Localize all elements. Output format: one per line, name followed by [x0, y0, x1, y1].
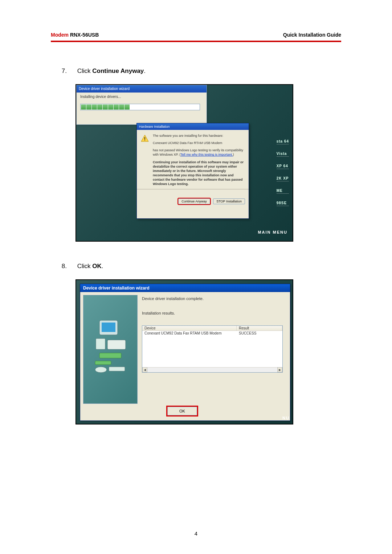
hw-line-1: The software you are installing for this… — [153, 134, 244, 138]
step-8-number: 8. — [51, 263, 67, 270]
wizard-complete-msg: Device driver installation complete. — [142, 296, 286, 301]
header-right: Quick Installation Guide — [283, 32, 341, 38]
step-7-suffix: . — [144, 67, 146, 74]
wizard-left-graphic — [83, 295, 138, 404]
step-7: 7. Click Continue Anyway. — [51, 67, 341, 75]
svg-rect-5 — [107, 340, 126, 349]
hardware-dialog-body: ! The software you are installing for th… — [137, 130, 249, 195]
hw-line-2b: ) — [233, 153, 234, 156]
step-7-bold: Continue Anyway — [92, 67, 144, 74]
install-wizard-status: Installing device drivers... — [80, 95, 203, 99]
screenshot-2: Device driver installation wizard Device… — [75, 279, 293, 424]
results-data-row: Conexant UCM92 Data Fax RTAM USB Modem S… — [142, 331, 282, 336]
step-8-prefix: Click — [77, 263, 93, 270]
install-progress-bar — [80, 104, 200, 110]
header-left: Modem RNX-56USB — [51, 32, 99, 38]
hw-warning-text: Continuing your installation of this sof… — [153, 160, 244, 186]
wizard-complete-window: Device driver installation wizard Device… — [80, 284, 290, 421]
svg-rect-7 — [95, 361, 111, 365]
hardware-installation-dialog: Hardware Installation ! The software you… — [136, 123, 249, 219]
ok-button[interactable]: OK — [167, 407, 197, 415]
continue-anyway-button[interactable]: Continue Anyway — [178, 198, 210, 204]
side-label-5: 98SE — [277, 201, 289, 206]
results-header-result: Result — [237, 326, 282, 331]
install-wizard-window: Device driver installation wizard Instal… — [76, 85, 207, 125]
svg-rect-9 — [109, 367, 125, 371]
results-header-device: Device — [142, 326, 237, 331]
side-label-1: Vista — [277, 152, 289, 157]
step-8-bold: OK — [92, 263, 102, 270]
results-cell-result: SUCCESS — [237, 331, 258, 336]
scroll-track[interactable] — [147, 367, 277, 372]
scroll-left-button[interactable]: ◀ — [142, 367, 147, 372]
header-brand: Modem — [51, 32, 69, 38]
step-7-number: 7. — [51, 67, 67, 75]
hw-testing-link[interactable]: Tell me why this testing is important. — [180, 153, 233, 156]
horizontal-scrollbar[interactable]: ◀ ▶ — [142, 367, 282, 372]
stop-installation-button[interactable]: STOP Installation — [213, 198, 245, 204]
nu-label: NU — [282, 416, 290, 420]
side-label-0: sta 64 — [277, 139, 289, 144]
os-side-labels: sta 64 Vista XP 64 2K XP ME 98SE — [277, 139, 289, 213]
hw-line-2: has not passed Windows Logo testing to v… — [153, 148, 244, 157]
wizard-results-label: Installation results. — [142, 311, 286, 315]
header-rule — [51, 41, 341, 42]
side-label-2: XP 64 — [277, 164, 289, 169]
header-model: RNX-56USB — [70, 32, 99, 38]
page-header: Modem RNX-56USB Quick Installation Guide — [51, 32, 341, 40]
install-wizard-body: Installing device drivers... — [77, 93, 207, 112]
results-header-row: Device Result — [142, 326, 282, 331]
side-label-3: 2K XP — [277, 176, 289, 181]
svg-rect-3 — [102, 323, 115, 332]
hw-separator — [137, 189, 249, 189]
computer-hardware-icon — [89, 317, 132, 382]
main-menu-label: MAIN MENU — [258, 230, 287, 234]
scroll-right-button[interactable]: ▶ — [277, 367, 282, 372]
wizard-right-panel: Device driver installation complete. Ins… — [142, 296, 286, 373]
svg-text:!: ! — [144, 136, 146, 141]
warning-icon: ! — [140, 134, 149, 143]
document-page: Modem RNX-56USB Quick Installation Guide… — [0, 0, 392, 554]
step-8-suffix: . — [102, 263, 103, 270]
hardware-dialog-title: Hardware Installation — [137, 123, 249, 130]
svg-point-8 — [95, 367, 107, 373]
results-table: Device Result Conexant UCM92 Data Fax RT… — [142, 325, 283, 373]
side-label-4: ME — [277, 189, 289, 194]
wizard-complete-title: Device driver installation wizard — [80, 284, 290, 292]
svg-rect-4 — [96, 338, 105, 349]
install-wizard-title: Device driver installation wizard — [77, 85, 207, 93]
hw-button-row: Continue Anyway STOP Installation — [137, 195, 249, 204]
page-number: 4 — [0, 530, 392, 537]
step-7-prefix: Click — [77, 67, 93, 74]
hw-device-name: Conexant UCM92 Data Fax RTAM USB Modem — [153, 141, 244, 145]
screenshot-1: Device driver installation wizard Instal… — [75, 84, 293, 242]
results-cell-device: Conexant UCM92 Data Fax RTAM USB Modem — [142, 331, 237, 336]
step-8: 8. Click OK. — [51, 263, 341, 270]
svg-rect-6 — [99, 353, 121, 358]
